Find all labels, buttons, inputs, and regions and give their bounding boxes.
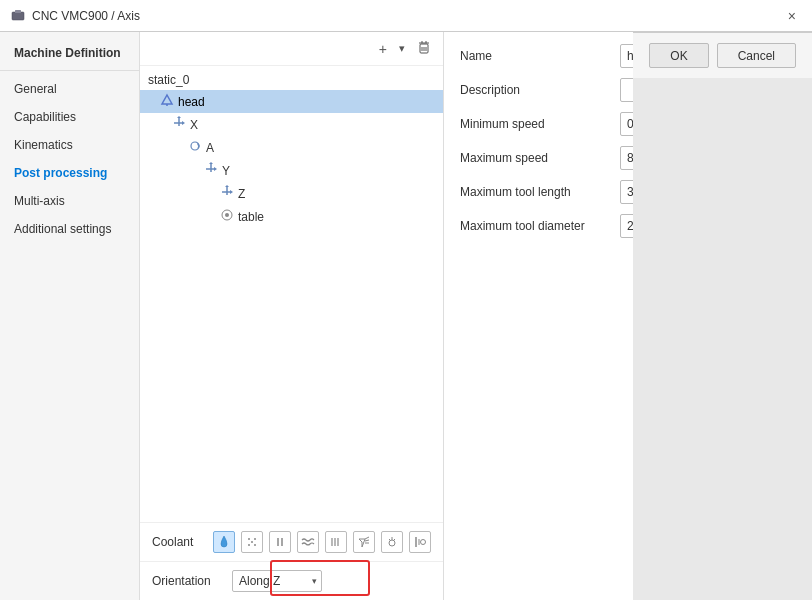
svg-line-37 <box>365 537 369 539</box>
node-label: X <box>190 118 198 132</box>
dialog: CNC VMC900 / Axis × Machine Definition G… <box>0 0 812 600</box>
close-button[interactable]: × <box>782 6 802 26</box>
node-label: static_0 <box>148 73 189 87</box>
node-label: Z <box>238 187 245 201</box>
prop-input-min-speed[interactable] <box>620 112 633 136</box>
prop-input-max-tool-length[interactable] <box>620 180 633 204</box>
properties-panel: Name Description Minimum speed Maxi <box>444 32 633 600</box>
properties-area: Name Description Minimum speed Maxi <box>444 32 633 600</box>
tree-node-a[interactable]: A <box>140 136 443 159</box>
trash-icon <box>417 40 431 54</box>
prop-label-max-tool-length: Maximum tool length <box>460 185 610 199</box>
coolant-icon-side[interactable] <box>409 531 431 553</box>
svg-line-42 <box>389 539 391 541</box>
svg-marker-12 <box>182 121 185 125</box>
node-label: table <box>238 210 264 224</box>
tree-node-x[interactable]: X <box>140 113 443 136</box>
orientation-select[interactable]: Along X Along Y Along Z Custom <box>232 570 322 592</box>
prop-label-description: Description <box>460 83 610 97</box>
tree-panel: + ▾ <box>140 32 444 600</box>
title-bar-left: CNC VMC900 / Axis <box>10 8 140 24</box>
prop-label-max-tool-diameter: Maximum tool diameter <box>460 219 610 233</box>
coolant-icon-mist[interactable] <box>381 531 403 553</box>
tree-node-z[interactable]: Z <box>140 182 443 205</box>
svg-marker-22 <box>230 190 233 194</box>
node-label: head <box>178 95 205 109</box>
svg-rect-1 <box>15 10 21 13</box>
add-dropdown-button[interactable]: ▾ <box>395 40 409 57</box>
tree-node-y[interactable]: Y <box>140 159 443 182</box>
delete-button[interactable] <box>413 38 435 59</box>
svg-point-26 <box>225 213 229 217</box>
sidebar-item-post-processing[interactable]: Post processing <box>0 159 139 187</box>
sidebar-item-capabilities[interactable]: Capabilities <box>0 103 139 131</box>
tree-container: static_0 head <box>140 66 443 522</box>
prop-label-name: Name <box>460 49 610 63</box>
dialog-body: Machine Definition General Capabilities … <box>0 32 812 600</box>
prop-row-description: Description <box>460 78 633 102</box>
coolant-icon-drop[interactable] <box>213 531 235 553</box>
svg-point-40 <box>389 540 395 546</box>
svg-marker-14 <box>177 116 181 118</box>
prop-row-name: Name <box>460 44 633 68</box>
prop-input-name[interactable] <box>620 44 633 68</box>
tree-toolbar: + ▾ <box>140 32 443 66</box>
sidebar-item-multi-axis[interactable]: Multi-axis <box>0 187 139 215</box>
sidebar-title: Machine Definition <box>14 46 121 60</box>
coolant-icon-wave[interactable] <box>297 531 319 553</box>
sidebar-item-additional-settings[interactable]: Additional settings <box>0 215 139 243</box>
svg-line-38 <box>365 540 369 541</box>
node-label: Y <box>222 164 230 178</box>
axis-icon-y <box>204 162 218 176</box>
content-area: + ▾ <box>140 32 633 600</box>
prop-row-max-tool-diameter: Maximum tool diameter <box>460 214 633 238</box>
tree-node-table[interactable]: table <box>140 205 443 228</box>
rot-axis-icon <box>188 139 202 153</box>
cancel-button[interactable]: Cancel <box>717 43 796 68</box>
coolant-icon-grid[interactable] <box>241 531 263 553</box>
svg-marker-20 <box>209 162 213 164</box>
svg-point-31 <box>251 541 253 543</box>
prop-label-max-speed: Maximum speed <box>460 151 610 165</box>
tree-node-static0[interactable]: static_0 <box>140 70 443 90</box>
prop-label-min-speed: Minimum speed <box>460 117 610 131</box>
prop-input-max-tool-diameter[interactable] <box>620 214 633 238</box>
svg-point-30 <box>254 544 256 546</box>
add-button[interactable]: + <box>375 39 391 59</box>
table-icon <box>220 208 234 222</box>
coolant-icon-lines[interactable] <box>269 531 291 553</box>
svg-point-46 <box>421 540 426 545</box>
main-content: + ▾ <box>140 32 633 600</box>
prop-row-max-speed: Maximum speed <box>460 146 633 170</box>
orientation-section: Orientation Along X Along Y Along Z Cust… <box>140 561 443 600</box>
dialog-footer: OK Cancel <box>633 32 812 78</box>
node-label: A <box>206 141 214 155</box>
sidebar: Machine Definition General Capabilities … <box>0 32 140 600</box>
machine-icon <box>10 8 26 24</box>
svg-marker-9 <box>162 95 172 104</box>
svg-point-15 <box>191 142 199 150</box>
coolant-icon-spray[interactable] <box>353 531 375 553</box>
orientation-select-wrapper: Along X Along Y Along Z Custom ▾ <box>232 570 322 592</box>
prop-row-max-tool-length: Maximum tool length <box>460 180 633 204</box>
svg-marker-24 <box>225 185 229 187</box>
svg-marker-18 <box>214 167 217 171</box>
svg-rect-0 <box>12 12 24 20</box>
coolant-label: Coolant <box>152 535 207 549</box>
tree-node-head[interactable]: head <box>140 90 443 113</box>
title-bar: CNC VMC900 / Axis × <box>0 0 812 32</box>
axis-icon <box>172 116 186 130</box>
svg-line-43 <box>394 539 396 541</box>
ok-button[interactable]: OK <box>649 43 708 68</box>
axis-icon-z <box>220 185 234 199</box>
coolant-icon-dbllines[interactable] <box>325 531 347 553</box>
prop-row-min-speed: Minimum speed <box>460 112 633 136</box>
sidebar-item-general[interactable]: General <box>0 75 139 103</box>
svg-point-27 <box>248 538 250 540</box>
svg-point-29 <box>248 544 250 546</box>
head-icon <box>160 93 174 107</box>
prop-input-description[interactable] <box>620 78 633 102</box>
sidebar-item-kinematics[interactable]: Kinematics <box>0 131 139 159</box>
prop-input-max-speed[interactable] <box>620 146 633 170</box>
dialog-title: CNC VMC900 / Axis <box>32 9 140 23</box>
